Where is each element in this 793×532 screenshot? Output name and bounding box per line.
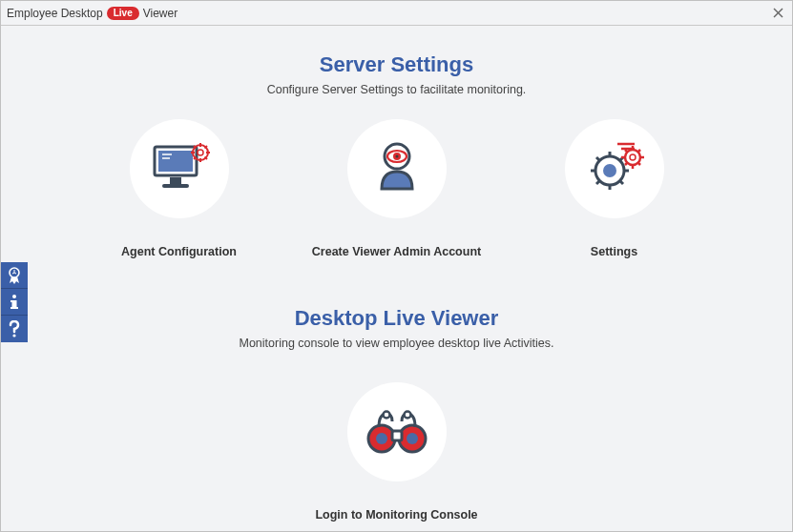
eye-person-icon xyxy=(347,119,447,218)
monitor-gear-icon xyxy=(130,119,229,218)
svg-point-39 xyxy=(603,164,616,177)
svg-line-36 xyxy=(619,180,623,184)
svg-rect-11 xyxy=(162,184,189,188)
svg-point-23 xyxy=(198,150,203,155)
card-label: Create Viewer Admin Account xyxy=(312,245,481,258)
double-gear-icon xyxy=(565,119,664,218)
titlebar: Employee Desktop Live Viewer xyxy=(1,1,792,26)
svg-point-27 xyxy=(395,155,398,158)
card-label: Agent Configuration xyxy=(121,245,237,258)
binoculars-icon xyxy=(347,382,447,481)
question-icon xyxy=(8,320,21,338)
card-label: Settings xyxy=(591,245,637,258)
svg-rect-54 xyxy=(392,431,402,440)
svg-point-55 xyxy=(383,412,389,419)
svg-line-37 xyxy=(596,180,600,184)
svg-line-35 xyxy=(596,157,600,161)
create-viewer-admin-card[interactable]: Create Viewer Admin Account xyxy=(340,119,454,258)
login-monitoring-console-card[interactable]: Login to Monitoring Console xyxy=(340,382,454,522)
close-icon xyxy=(773,8,783,18)
svg-point-49 xyxy=(630,154,636,160)
ribbon-icon xyxy=(6,266,23,285)
side-tab-help[interactable] xyxy=(1,316,28,342)
svg-line-45 xyxy=(625,150,628,153)
svg-point-52 xyxy=(376,433,387,444)
svg-point-56 xyxy=(404,412,410,419)
card-label: Login to Monitoring Console xyxy=(315,508,477,522)
desktop-live-viewer-subtitle: Monitoring console to view employee desk… xyxy=(239,337,553,350)
side-tab-info[interactable] xyxy=(1,289,28,316)
title-prefix: Employee Desktop xyxy=(7,7,103,20)
close-button[interactable] xyxy=(769,5,786,22)
server-settings-subtitle: Configure Server Settings to facilitate … xyxy=(267,83,527,96)
svg-rect-10 xyxy=(170,177,181,184)
live-badge: Live xyxy=(107,7,139,20)
window-title: Employee Desktop Live Viewer xyxy=(7,7,177,20)
svg-point-7 xyxy=(12,334,15,337)
desktop-live-viewer-title: Desktop Live Viewer xyxy=(295,306,499,331)
content: Server Settings Configure Server Setting… xyxy=(1,26,792,531)
svg-rect-6 xyxy=(10,307,18,309)
svg-line-48 xyxy=(637,150,640,153)
svg-line-47 xyxy=(625,163,628,166)
title-suffix: Viewer xyxy=(143,7,177,20)
server-settings-title: Server Settings xyxy=(320,52,473,77)
agent-configuration-card[interactable]: Agent Configuration xyxy=(122,119,237,258)
svg-rect-5 xyxy=(10,300,14,302)
svg-point-3 xyxy=(12,295,16,298)
side-tab-badge[interactable] xyxy=(1,262,28,289)
server-settings-cards: Agent Configuration Create Viewer Admin … xyxy=(122,119,672,258)
settings-card[interactable]: Settings xyxy=(557,119,672,258)
svg-line-46 xyxy=(637,163,640,166)
info-icon xyxy=(8,294,21,311)
side-tabs xyxy=(1,262,28,342)
svg-point-53 xyxy=(407,433,418,444)
